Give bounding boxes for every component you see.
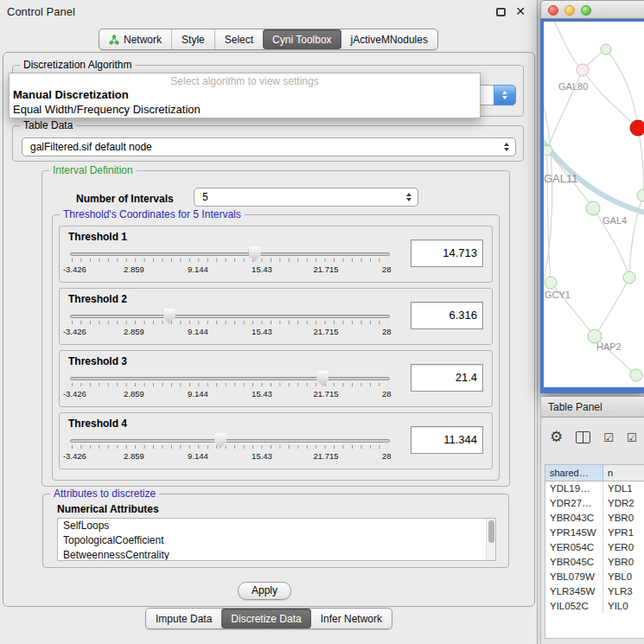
- window-minimize-button[interactable]: [564, 5, 575, 16]
- tab-style[interactable]: Style: [171, 29, 214, 49]
- select-columns-icon[interactable]: ☑: [603, 431, 614, 444]
- scale-tick-label: 15.43: [252, 389, 272, 399]
- network-window-titlebar[interactable]: [540, 0, 644, 19]
- slider-scale: -3.4262.8599.14415.4321.71528: [70, 451, 390, 462]
- tab-jactivemnodules[interactable]: jActiveMNodules: [341, 29, 437, 49]
- attribute-list-item[interactable]: SelfLoops: [58, 519, 495, 533]
- gear-icon[interactable]: ⚙: [550, 429, 563, 446]
- table-row[interactable]: YBL079WYBL0: [545, 570, 644, 584]
- table-row[interactable]: YIL052CYIL0: [545, 599, 644, 614]
- slider-ticks: [72, 383, 388, 386]
- column-header[interactable]: n: [603, 465, 644, 481]
- network-view-window: GAL80GAL11GAL4GCY1HAP2: [540, 0, 644, 393]
- cell-shared-name: YLR345W: [545, 584, 603, 599]
- table-row[interactable]: YBR043CYBR0: [545, 511, 644, 526]
- slider-ticks: [72, 321, 388, 324]
- network-icon: [109, 35, 119, 45]
- slider-track[interactable]: [70, 377, 390, 380]
- network-node[interactable]: [577, 64, 589, 76]
- threshold-label: Threshold 3: [68, 355, 127, 367]
- network-node[interactable]: [637, 189, 644, 201]
- table-row[interactable]: YPR145WYPR1: [545, 526, 644, 540]
- threshold-value-field[interactable]: 14.713: [411, 239, 483, 267]
- network-node[interactable]: [545, 277, 557, 289]
- tab-discretize-data[interactable]: Discretize Data: [221, 609, 310, 628]
- tab-cyni-toolbox[interactable]: Cyni Toolbox: [263, 29, 341, 49]
- threshold-slider[interactable]: -3.4262.8599.14415.4321.71528: [70, 245, 390, 282]
- slider-track[interactable]: [70, 439, 390, 443]
- float-window-icon[interactable]: [496, 8, 506, 16]
- algorithm-option[interactable]: Equal Width/Frequency Discretization: [10, 102, 480, 117]
- scale-tick-label: 21.715: [313, 327, 338, 336]
- table-panel-title: Table Panel: [541, 397, 644, 418]
- table-row[interactable]: YLR345WYLR3: [545, 584, 644, 599]
- table-columns-icon[interactable]: [576, 431, 590, 443]
- tab-infer-network[interactable]: Infer Network: [311, 609, 392, 628]
- network-canvas[interactable]: GAL80GAL11GAL4GCY1HAP2: [544, 22, 644, 387]
- table-row[interactable]: YER054CYER0: [545, 540, 644, 555]
- network-node-selected[interactable]: [630, 120, 644, 136]
- column-header[interactable]: shared…: [545, 465, 603, 481]
- threshold-slider[interactable]: -3.4262.8599.14415.4321.71528: [70, 308, 390, 344]
- attributes-scrollbar[interactable]: [486, 519, 495, 560]
- attributes-group-label: Attributes to discretize: [50, 488, 159, 500]
- number-of-intervals-combobox[interactable]: 5: [194, 188, 418, 207]
- network-node[interactable]: [623, 271, 635, 284]
- network-node[interactable]: [544, 145, 552, 156]
- network-node[interactable]: [601, 44, 611, 54]
- network-edge: [547, 150, 551, 283]
- scrollbar-thumb[interactable]: [488, 520, 494, 543]
- slider-track[interactable]: [70, 252, 390, 256]
- threshold-slider[interactable]: -3.4262.8599.14415.4321.71528: [70, 370, 390, 406]
- table-row[interactable]: YBR045CYBR0: [545, 555, 644, 570]
- table-row[interactable]: YDR27…YDR2: [545, 496, 644, 511]
- select-all-icon[interactable]: ☑: [627, 431, 637, 444]
- tab-select[interactable]: Select: [214, 29, 263, 49]
- table-data-value: galFiltered.sif default node: [30, 138, 152, 156]
- threshold-value-field[interactable]: 21.4: [411, 364, 483, 392]
- threshold-value-field[interactable]: 6.316: [411, 302, 483, 329]
- tab-impute-data[interactable]: Impute Data: [146, 609, 221, 628]
- node-label: GAL80: [558, 81, 588, 92]
- attributes-listbox[interactable]: SelfLoopsTopologicalCoefficientBetweenne…: [57, 518, 496, 561]
- screen: Control Panel ✕ NetworkStyleSelectCyni T…: [0, 0, 644, 644]
- slider-scale: -3.4262.8599.14415.4321.71528: [70, 327, 390, 337]
- apply-button[interactable]: Apply: [238, 582, 291, 600]
- threshold-label: Threshold 1: [68, 231, 127, 243]
- algorithm-option[interactable]: Manual Discretization: [10, 87, 480, 102]
- cell-name: YDR2: [603, 496, 644, 511]
- cell-name: YIL0: [603, 599, 644, 614]
- network-node[interactable]: [630, 369, 642, 381]
- table-data-combobox[interactable]: galFiltered.sif default node: [22, 137, 516, 156]
- control-panel: Control Panel ✕ NetworkStyleSelectCyni T…: [0, 0, 538, 644]
- slider-track[interactable]: [70, 315, 390, 318]
- attribute-list-item[interactable]: BetweennessCentrality: [58, 548, 495, 561]
- table-row[interactable]: YDL19…YDL1: [545, 481, 644, 496]
- cell-name: YBR0: [603, 555, 644, 570]
- panel-title: Control Panel: [7, 5, 75, 18]
- close-icon[interactable]: ✕: [515, 4, 526, 18]
- scale-tick-label: 2.859: [124, 327, 144, 336]
- window-zoom-button[interactable]: [581, 5, 591, 16]
- attribute-list-item[interactable]: TopologicalCoefficient: [58, 533, 495, 548]
- threshold-label: Threshold 4: [68, 418, 127, 430]
- window-close-button[interactable]: [548, 5, 558, 16]
- cell-name: YER0: [603, 540, 644, 555]
- tab-label: Network: [124, 34, 162, 46]
- interval-definition-group: Interval Definition Number of Intervals …: [41, 170, 510, 487]
- network-view-frame: GAL80GAL11GAL4GCY1HAP2: [540, 19, 644, 393]
- threshold-value-field[interactable]: 11.344: [411, 426, 483, 454]
- stepper-arrows-icon: [504, 143, 509, 151]
- threshold-box: Threshold 1-3.4262.8599.14415.4321.71528…: [59, 226, 493, 283]
- tab-label: Select: [225, 34, 253, 46]
- slider-ticks: [72, 445, 388, 449]
- threshold-slider[interactable]: -3.4262.8599.14415.4321.71528: [70, 432, 390, 469]
- discretization-group-label: Discretization Algorithm: [20, 59, 135, 71]
- algorithm-popup-options: Manual DiscretizationEqual Width/Frequen…: [10, 87, 480, 117]
- network-node[interactable]: [586, 201, 600, 215]
- network-canvas-container[interactable]: GAL80GAL11GAL4GCY1HAP2: [544, 22, 644, 387]
- cell-shared-name: YER054C: [545, 540, 603, 555]
- cell-name: YLR3: [603, 584, 644, 599]
- tab-network[interactable]: Network: [99, 29, 171, 49]
- scale-tick-label: 28: [382, 265, 392, 274]
